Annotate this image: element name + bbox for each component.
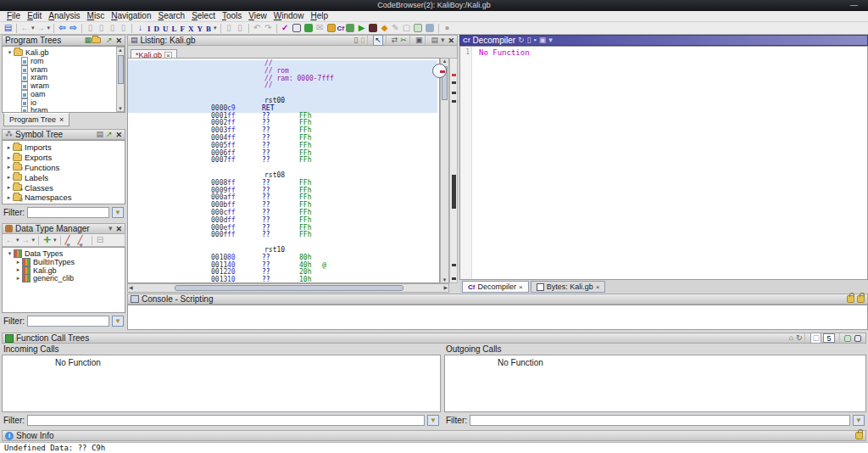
diamond-tool-icon[interactable]: ◆ <box>380 23 389 33</box>
dtm-conflict-dropdown-icon[interactable]: ▾ <box>53 237 57 243</box>
back-icon[interactable]: ← <box>20 23 30 33</box>
symbol-tree-item-classes[interactable]: ▸●Classes <box>5 182 125 193</box>
listing-header[interactable]: ▤ Listing: Kali.gb ▯ ▯ ↖ ⇄ ✂ ▣ ▤ ▾ ✕ <box>127 35 458 46</box>
disabled-doc-icon[interactable]: ▯ <box>86 23 95 33</box>
show-info-header[interactable]: i Show Info <box>2 430 866 441</box>
collapse-arrow-icon[interactable]: ▸ <box>5 194 13 201</box>
scroll-down-icon[interactable]: ▼ <box>117 106 124 111</box>
menu-edit[interactable]: Edit <box>24 11 45 21</box>
program-tree-scrollbar[interactable]: ▲ ▼ <box>116 47 125 112</box>
close-icon[interactable]: ✕ <box>115 225 122 233</box>
datatype-l-icon[interactable]: L <box>172 25 177 33</box>
collapse-arrow-icon[interactable]: ▸ <box>5 184 13 191</box>
filter-funnel-icon[interactable]: ▼ <box>112 207 124 218</box>
outgoing-calls-tree[interactable]: No Function <box>444 355 866 412</box>
stop-icon[interactable]: ▪ <box>534 36 537 45</box>
dtm-menu-dropdown-icon[interactable]: ▾ <box>108 224 113 233</box>
program-trees-header[interactable]: Program Trees ▦ ↗ ✕ <box>2 35 125 46</box>
collapse-all-icon[interactable]: ⊟ <box>96 235 105 245</box>
nav-previous-icon[interactable]: ⇦ <box>58 23 67 33</box>
scroll-right-icon[interactable]: ▶ <box>443 284 448 292</box>
collapse-arrow-icon[interactable]: ▸ <box>5 154 13 161</box>
datatype-d-icon[interactable]: D <box>154 25 160 33</box>
incoming-calls-tree[interactable]: No Function <box>2 355 441 412</box>
overview-lens[interactable] <box>432 64 447 78</box>
debugger-icon[interactable] <box>369 24 377 32</box>
listing-blank-row[interactable] <box>173 239 437 247</box>
refresh-icon[interactable]: ↻ <box>796 333 803 343</box>
listing-comment-row[interactable]: // ram: 0000-7fff <box>128 76 437 83</box>
program-tree-item-io[interactable]: io <box>6 98 125 107</box>
export-icon[interactable]: ↗ <box>106 130 113 139</box>
symbol-tree-item-labels[interactable]: ▸Labels <box>5 172 125 182</box>
menu-analysis[interactable]: Analysis <box>45 11 83 21</box>
dtm-item-kali-gb[interactable]: ▸◔Kali.gb <box>6 266 125 275</box>
close-icon[interactable]: ✕ <box>448 36 454 45</box>
listing-code-row-0013[interactable]: 001310??10h <box>173 277 437 283</box>
program-tree-tab[interactable]: Program Tree × <box>3 113 70 126</box>
collapse-arrow-icon[interactable]: ▸ <box>14 275 22 282</box>
dtm-back-dropdown-icon[interactable]: ▾ <box>16 237 19 243</box>
decompiler-tool-icon[interactable]: Cf <box>337 25 344 32</box>
window-icon[interactable]: ▢ <box>402 23 411 33</box>
tab-close-icon[interactable]: × <box>519 283 523 291</box>
console-clear-icon[interactable] <box>857 295 865 303</box>
undo-icon[interactable]: ↶ <box>253 23 262 33</box>
freeze-icon[interactable]: ▢ <box>810 333 821 344</box>
menu-select[interactable]: Select <box>188 11 219 21</box>
window-green-icon[interactable] <box>414 24 422 32</box>
home-icon[interactable]: ⌂ <box>789 333 793 343</box>
validate-icon[interactable]: ✓ <box>281 23 290 33</box>
listing-blank-row[interactable] <box>173 165 437 172</box>
export-tree-icon[interactable]: ↗ <box>106 36 113 45</box>
disabled-doc-icon[interactable]: ▯ <box>119 23 128 33</box>
program-tree-item-hram[interactable]: hram <box>6 107 125 113</box>
filter-funnel-icon[interactable]: ▼ <box>112 316 124 327</box>
nav-next-icon[interactable]: ⇨ <box>69 23 78 33</box>
filter-arrays-off-icon[interactable]: ▼╱ <box>65 236 75 245</box>
listing-vertical-scrollbar[interactable]: ▲ ▼ <box>440 58 449 283</box>
datatype-i-icon[interactable]: I <box>147 25 151 33</box>
open-folder-icon[interactable] <box>92 37 101 43</box>
disabled-doc-icon[interactable]: ▯ <box>108 23 117 33</box>
hierarchy-icon[interactable] <box>426 24 434 32</box>
filter-funnel-icon[interactable]: ▼ <box>853 415 865 426</box>
snapshot-camera-icon[interactable]: ▣ <box>539 36 547 45</box>
dtm-forward-dropdown-icon[interactable]: ▾ <box>32 237 36 243</box>
symbol-tree-item-exports[interactable]: ▸Exports <box>5 153 125 163</box>
dtm-conflict-mode-icon[interactable]: ✛ <box>42 235 52 245</box>
tab-bytes-kali-gb[interactable]: Bytes: Kali.gb× <box>531 281 606 293</box>
magnet-icon[interactable]: ● <box>442 23 452 33</box>
datatype-b-icon[interactable]: B <box>206 25 211 33</box>
symbol-tree-item-functions[interactable]: ▸fFunctions <box>5 163 125 173</box>
console-output[interactable] <box>127 305 868 330</box>
forward-dropdown-icon[interactable]: ▾ <box>47 25 51 31</box>
dtm-header[interactable]: Data Type Manager ▾ ✕ <box>2 223 125 234</box>
script-manager-icon[interactable] <box>304 24 313 32</box>
symbol-tree-filter-input[interactable] <box>27 207 109 218</box>
program-tree-item-xram[interactable]: xram <box>6 73 125 81</box>
menu-view[interactable]: View <box>245 11 270 21</box>
listing-code-row-0007[interactable]: 0007ff??FFh <box>173 157 437 165</box>
listing-view[interactable]: ⇡ //// rom// ram: 0000-7fff//rst000000c9… <box>127 58 440 283</box>
dtm-forward-icon[interactable]: → <box>21 235 31 245</box>
program-tree-item-oam[interactable]: oam <box>6 90 125 98</box>
export-dropdown-icon[interactable]: ▾ <box>441 36 445 45</box>
program-tree-tab-close-icon[interactable]: × <box>59 115 64 124</box>
diff-view-icon[interactable]: ⇄ <box>392 36 398 45</box>
navigation-icon[interactable] <box>854 335 861 342</box>
listing-label-rst00[interactable]: rst00 <box>128 98 437 105</box>
scroll-up-icon[interactable]: ▲ <box>441 59 448 64</box>
copy-icon[interactable]: ▯ <box>527 36 531 45</box>
dtm-item-builtintypes[interactable]: ▸BuiltInTypes <box>6 258 125 266</box>
disabled-doc-icon[interactable]: ▯ <box>97 23 106 33</box>
listing-horizontal-scrollbar[interactable]: ◀ ▶ <box>127 283 449 293</box>
datatype-u-icon[interactable]: U <box>163 25 169 33</box>
menu-navigation[interactable]: Navigation <box>108 11 154 21</box>
menu-tools[interactable]: Tools <box>219 11 245 21</box>
dtm-root[interactable]: ▾Data Types <box>6 249 125 258</box>
filter-funnel-icon[interactable]: ▼ <box>427 415 439 426</box>
listing-comment-row[interactable]: // <box>128 82 437 90</box>
save-disabled-icon[interactable]: ▤ <box>96 130 103 139</box>
pointer-down-icon[interactable]: ↓ <box>136 23 145 33</box>
